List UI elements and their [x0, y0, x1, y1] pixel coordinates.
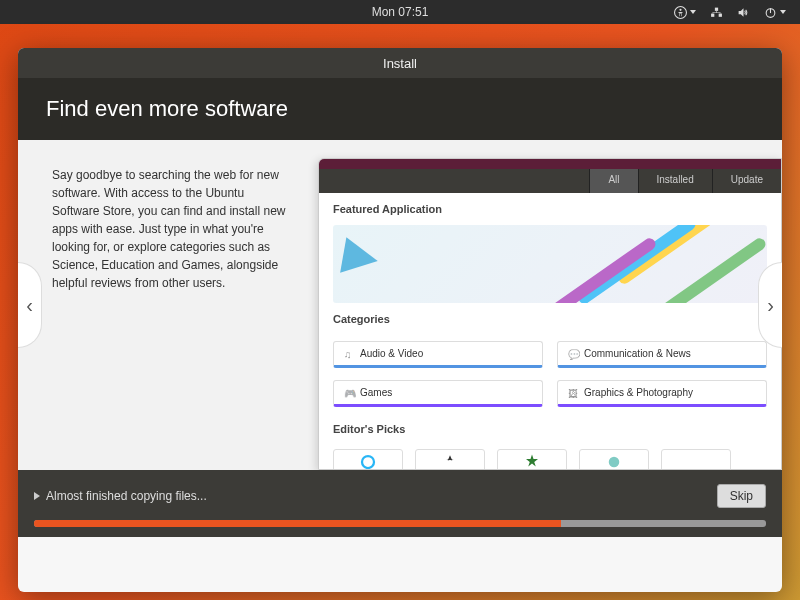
system-topbar: Mon 07:51 — [0, 0, 800, 24]
svg-rect-3 — [719, 13, 722, 16]
category-games: 🎮Games — [333, 380, 543, 407]
expand-icon — [34, 492, 40, 500]
svg-point-6 — [362, 456, 374, 468]
svg-point-1 — [679, 8, 681, 10]
slide-title: Find even more software — [46, 96, 288, 121]
skip-button[interactable]: Skip — [717, 484, 766, 508]
picks-label: Editor's Picks — [319, 413, 781, 445]
volume-icon[interactable] — [737, 6, 750, 19]
network-icon[interactable] — [710, 6, 723, 19]
slide-content: ‹ › Say goodbye to searching the web for… — [18, 140, 782, 470]
accessibility-icon[interactable] — [674, 6, 696, 19]
category-communication: 💬Communication & News — [557, 341, 767, 368]
progress-fill — [34, 520, 561, 527]
prev-slide-button[interactable]: ‹ — [18, 262, 42, 348]
tab-updates: Update — [712, 169, 781, 193]
status-text: Almost finished copying files... — [46, 489, 207, 503]
categories-label: Categories — [319, 303, 781, 335]
installer-window: Install Find even more software ‹ › Say … — [18, 48, 782, 592]
pick-item — [415, 449, 485, 470]
tab-all: All — [589, 169, 637, 193]
featured-banner — [333, 225, 767, 303]
store-tabs: All Installed Update — [319, 169, 781, 193]
pick-item — [497, 449, 567, 470]
install-status[interactable]: Almost finished copying files... — [34, 489, 207, 503]
svg-rect-4 — [715, 7, 718, 10]
slide-description: Say goodbye to searching the web for new… — [18, 140, 308, 470]
pick-item — [579, 449, 649, 470]
window-titlebar: Install — [18, 48, 782, 78]
category-graphics: 🖼Graphics & Photography — [557, 380, 767, 407]
pick-item — [333, 449, 403, 470]
progress-bar — [34, 520, 766, 527]
clock: Mon 07:51 — [372, 5, 429, 19]
tab-installed: Installed — [638, 169, 712, 193]
svg-rect-2 — [711, 13, 714, 16]
featured-label: Featured Application — [319, 193, 781, 225]
category-audio: ♫Audio & Video — [333, 341, 543, 368]
software-store-mockup: All Installed Update Featured Applicatio… — [318, 158, 782, 470]
window-title: Install — [383, 56, 417, 71]
installer-footer: Almost finished copying files... Skip — [18, 470, 782, 537]
svg-point-7 — [609, 457, 620, 468]
next-slide-button[interactable]: › — [758, 262, 782, 348]
system-tray — [674, 6, 800, 19]
power-icon[interactable] — [764, 6, 786, 19]
slide-header: Find even more software — [18, 78, 782, 140]
pick-item — [661, 449, 731, 470]
